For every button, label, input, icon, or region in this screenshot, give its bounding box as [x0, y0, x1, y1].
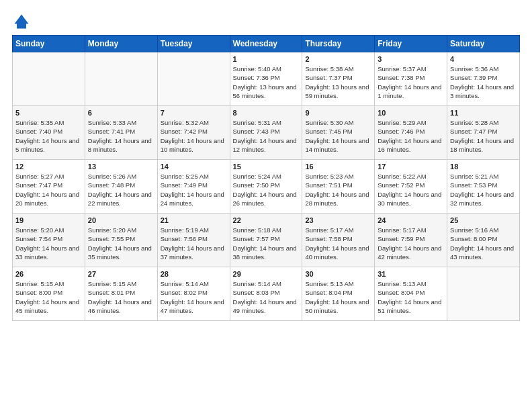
calendar-cell: 21Sunrise: 5:19 AMSunset: 7:56 PMDayligh… — [157, 214, 230, 267]
day-info: Sunrise: 5:15 AMSunset: 8:01 PMDaylight:… — [88, 279, 154, 315]
day-number: 19 — [15, 216, 82, 224]
calendar-cell: 20Sunrise: 5:20 AMSunset: 7:55 PMDayligh… — [85, 214, 157, 267]
week-row-4: 26Sunrise: 5:15 AMSunset: 8:00 PMDayligh… — [13, 267, 520, 321]
calendar-cell: 5Sunrise: 5:35 AMSunset: 7:40 PMDaylight… — [13, 106, 85, 160]
day-number: 5 — [15, 109, 82, 117]
svg-marker-1 — [15, 15, 29, 24]
calendar-cell: 30Sunrise: 5:13 AMSunset: 8:04 PMDayligh… — [302, 267, 375, 321]
logo-icon — [12, 12, 31, 31]
day-info: Sunrise: 5:22 AMSunset: 7:52 PMDaylight:… — [378, 172, 444, 208]
calendar-cell: 25Sunrise: 5:16 AMSunset: 8:00 PMDayligh… — [447, 214, 520, 267]
calendar-page: SundayMondayTuesdayWednesdayThursdayFrid… — [0, 0, 532, 329]
day-number: 26 — [15, 270, 82, 278]
calendar-cell: 15Sunrise: 5:24 AMSunset: 7:50 PMDayligh… — [230, 160, 302, 214]
day-number: 13 — [88, 163, 154, 171]
day-info: Sunrise: 5:17 AMSunset: 7:58 PMDaylight:… — [305, 226, 371, 261]
calendar-cell: 12Sunrise: 5:27 AMSunset: 7:47 PMDayligh… — [13, 160, 85, 214]
calendar-cell: 16Sunrise: 5:23 AMSunset: 7:51 PMDayligh… — [302, 160, 375, 214]
day-info: Sunrise: 5:31 AMSunset: 7:43 PMDaylight:… — [233, 118, 300, 154]
day-info: Sunrise: 5:17 AMSunset: 7:59 PMDaylight:… — [378, 226, 444, 261]
calendar-cell: 18Sunrise: 5:21 AMSunset: 7:53 PMDayligh… — [447, 160, 520, 214]
calendar-cell: 11Sunrise: 5:28 AMSunset: 7:47 PMDayligh… — [447, 106, 520, 160]
header-cell-tuesday: Tuesday — [157, 36, 230, 52]
calendar-cell: 24Sunrise: 5:17 AMSunset: 7:59 PMDayligh… — [375, 214, 447, 267]
day-number: 15 — [233, 163, 300, 171]
header-cell-monday: Monday — [85, 36, 157, 52]
day-number: 10 — [378, 109, 444, 117]
calendar-cell: 8Sunrise: 5:31 AMSunset: 7:43 PMDaylight… — [230, 106, 302, 160]
calendar-cell — [85, 52, 157, 106]
calendar-cell: 9Sunrise: 5:30 AMSunset: 7:45 PMDaylight… — [302, 106, 375, 160]
day-number: 9 — [305, 109, 371, 117]
day-number: 29 — [233, 270, 300, 278]
day-info: Sunrise: 5:36 AMSunset: 7:39 PMDaylight:… — [450, 64, 517, 100]
day-info: Sunrise: 5:13 AMSunset: 8:04 PMDaylight:… — [378, 279, 444, 315]
calendar-header: SundayMondayTuesdayWednesdayThursdayFrid… — [13, 36, 520, 52]
header-cell-sunday: Sunday — [13, 36, 85, 52]
day-info: Sunrise: 5:19 AMSunset: 7:56 PMDaylight:… — [161, 226, 227, 261]
calendar-table: SundayMondayTuesdayWednesdayThursdayFrid… — [12, 35, 520, 321]
day-info: Sunrise: 5:18 AMSunset: 7:57 PMDaylight:… — [233, 226, 300, 261]
day-number: 22 — [233, 216, 300, 224]
header-cell-wednesday: Wednesday — [230, 36, 302, 52]
header — [12, 12, 520, 31]
logo — [12, 12, 34, 31]
day-info: Sunrise: 5:35 AMSunset: 7:40 PMDaylight:… — [15, 118, 82, 154]
day-info: Sunrise: 5:21 AMSunset: 7:53 PMDaylight:… — [450, 172, 517, 208]
day-number: 31 — [378, 270, 444, 278]
calendar-cell: 22Sunrise: 5:18 AMSunset: 7:57 PMDayligh… — [230, 214, 302, 267]
svg-rect-2 — [17, 23, 26, 29]
day-info: Sunrise: 5:23 AMSunset: 7:51 PMDaylight:… — [305, 172, 371, 208]
day-info: Sunrise: 5:29 AMSunset: 7:46 PMDaylight:… — [378, 118, 444, 154]
day-info: Sunrise: 5:15 AMSunset: 8:00 PMDaylight:… — [15, 279, 82, 315]
day-number: 17 — [378, 163, 444, 171]
calendar-cell: 14Sunrise: 5:25 AMSunset: 7:49 PMDayligh… — [157, 160, 230, 214]
calendar-cell — [13, 52, 85, 106]
header-cell-friday: Friday — [375, 36, 447, 52]
calendar-cell: 2Sunrise: 5:38 AMSunset: 7:37 PMDaylight… — [302, 52, 375, 106]
day-number: 27 — [88, 270, 154, 278]
day-number: 3 — [378, 55, 444, 63]
calendar-cell — [157, 52, 230, 106]
calendar-cell: 28Sunrise: 5:14 AMSunset: 8:02 PMDayligh… — [157, 267, 230, 321]
day-number: 1 — [233, 55, 300, 63]
day-number: 2 — [305, 55, 371, 63]
day-info: Sunrise: 5:13 AMSunset: 8:04 PMDaylight:… — [305, 279, 371, 315]
day-number: 24 — [378, 216, 444, 224]
day-info: Sunrise: 5:20 AMSunset: 7:54 PMDaylight:… — [15, 226, 82, 261]
day-info: Sunrise: 5:33 AMSunset: 7:41 PMDaylight:… — [88, 118, 154, 154]
calendar-cell: 10Sunrise: 5:29 AMSunset: 7:46 PMDayligh… — [375, 106, 447, 160]
calendar-cell: 13Sunrise: 5:26 AMSunset: 7:48 PMDayligh… — [85, 160, 157, 214]
day-number: 25 — [450, 216, 517, 224]
day-number: 18 — [450, 163, 517, 171]
day-info: Sunrise: 5:14 AMSunset: 8:02 PMDaylight:… — [161, 279, 227, 315]
calendar-cell: 29Sunrise: 5:14 AMSunset: 8:03 PMDayligh… — [230, 267, 302, 321]
calendar-cell: 23Sunrise: 5:17 AMSunset: 7:58 PMDayligh… — [302, 214, 375, 267]
calendar-cell: 27Sunrise: 5:15 AMSunset: 8:01 PMDayligh… — [85, 267, 157, 321]
calendar-cell: 17Sunrise: 5:22 AMSunset: 7:52 PMDayligh… — [375, 160, 447, 214]
day-info: Sunrise: 5:40 AMSunset: 7:36 PMDaylight:… — [233, 64, 300, 100]
day-info: Sunrise: 5:16 AMSunset: 8:00 PMDaylight:… — [450, 226, 517, 261]
calendar-cell — [447, 267, 520, 321]
day-info: Sunrise: 5:30 AMSunset: 7:45 PMDaylight:… — [305, 118, 371, 154]
day-number: 6 — [88, 109, 154, 117]
day-number: 21 — [161, 216, 227, 224]
week-row-1: 5Sunrise: 5:35 AMSunset: 7:40 PMDaylight… — [13, 106, 520, 160]
calendar-cell: 26Sunrise: 5:15 AMSunset: 8:00 PMDayligh… — [13, 267, 85, 321]
calendar-cell: 1Sunrise: 5:40 AMSunset: 7:36 PMDaylight… — [230, 52, 302, 106]
day-info: Sunrise: 5:32 AMSunset: 7:42 PMDaylight:… — [161, 118, 227, 154]
header-cell-saturday: Saturday — [447, 36, 520, 52]
day-info: Sunrise: 5:24 AMSunset: 7:50 PMDaylight:… — [233, 172, 300, 208]
day-number: 16 — [305, 163, 371, 171]
week-row-2: 12Sunrise: 5:27 AMSunset: 7:47 PMDayligh… — [13, 160, 520, 214]
week-row-3: 19Sunrise: 5:20 AMSunset: 7:54 PMDayligh… — [13, 214, 520, 267]
week-row-0: 1Sunrise: 5:40 AMSunset: 7:36 PMDaylight… — [13, 52, 520, 106]
day-info: Sunrise: 5:38 AMSunset: 7:37 PMDaylight:… — [305, 64, 371, 100]
calendar-cell: 3Sunrise: 5:37 AMSunset: 7:38 PMDaylight… — [375, 52, 447, 106]
header-row: SundayMondayTuesdayWednesdayThursdayFrid… — [13, 36, 520, 52]
day-info: Sunrise: 5:28 AMSunset: 7:47 PMDaylight:… — [450, 118, 517, 154]
day-number: 28 — [161, 270, 227, 278]
day-number: 14 — [161, 163, 227, 171]
day-info: Sunrise: 5:27 AMSunset: 7:47 PMDaylight:… — [15, 172, 82, 208]
day-number: 7 — [161, 109, 227, 117]
